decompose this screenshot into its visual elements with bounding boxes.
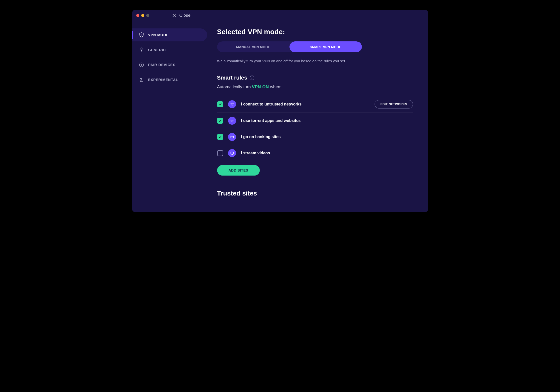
info-icon[interactable]: i [250,76,254,80]
sidebar-item-pair-devices[interactable]: PAIR DEVICES [132,58,207,71]
svg-point-1 [141,49,142,51]
gear-icon [139,47,144,53]
smart-rules-heading: Smart rules [217,75,247,81]
mode-toggle: MANUAL VPN MODE SMART VPN MODE [217,41,362,52]
sidebar-item-experimental[interactable]: EXPERIMENTAL [132,73,207,86]
subline-prefix: Automatically turn [217,85,252,89]
rule-label: I stream videos [241,151,413,155]
subline-vpn-on: VPN ON [252,85,269,89]
rule-checkbox[interactable] [217,134,223,140]
stream-icon [228,149,236,157]
mode-description: We automatically turn your VPN on and of… [217,59,413,63]
close-label: Close [179,13,191,18]
rule-row-stream: I stream videos [217,145,413,161]
rule-row-torrent: P2P I use torrent apps and websites [217,113,413,129]
rule-checkbox[interactable] [217,101,223,107]
sidebar-item-general[interactable]: GENERAL [132,43,207,56]
rule-checkbox[interactable] [217,118,223,124]
rule-row-untrusted-networks: I connect to untrusted networks EDIT NET… [217,96,413,113]
microscope-icon [139,77,144,83]
svg-point-3 [140,81,141,81]
shield-gear-icon [139,32,144,38]
plus-circle-icon [139,62,144,68]
add-sites-button[interactable]: ADD SITES [217,165,260,176]
settings-window: Close VPN MODE GENERAL PAIR DEVICE [132,10,428,212]
p2p-icon: P2P [228,117,236,125]
rules-list: I connect to untrusted networks EDIT NET… [217,96,413,161]
window-close-dot[interactable] [136,14,139,17]
window-zoom-dot[interactable] [146,14,149,17]
close-icon [172,14,176,17]
rule-checkbox[interactable] [217,150,223,156]
smart-rules-header: Smart rules i [217,75,413,81]
close-button[interactable]: Close [172,13,191,18]
rule-label: I use torrent apps and websites [241,118,413,123]
wifi-icon [228,100,236,108]
smart-rules-subline: Automatically turn VPN ON when: [217,85,413,90]
traffic-lights [136,14,149,17]
sidebar: VPN MODE GENERAL PAIR DEVICES EXPERIMENT… [132,21,207,212]
sidebar-item-label: EXPERIMENTAL [148,78,178,82]
trusted-sites-heading: Trusted sites [217,190,413,197]
svg-point-4 [232,105,232,106]
mode-smart-button[interactable]: SMART VPN MODE [289,41,362,52]
bank-icon [228,133,236,141]
mode-manual-button[interactable]: MANUAL VPN MODE [217,41,289,52]
sidebar-item-vpn-mode[interactable]: VPN MODE [132,28,207,41]
sidebar-item-label: GENERAL [148,48,167,52]
sidebar-item-label: VPN MODE [148,33,169,37]
body: VPN MODE GENERAL PAIR DEVICES EXPERIMENT… [132,21,428,212]
rule-label: I connect to untrusted networks [241,102,370,106]
sidebar-item-label: PAIR DEVICES [148,63,176,67]
titlebar: Close [132,10,428,21]
svg-point-0 [141,34,142,35]
rule-row-banking: I go on banking sites [217,129,413,145]
content: Selected VPN mode: MANUAL VPN MODE SMART… [207,21,428,212]
edit-networks-button[interactable]: EDIT NETWORKS [375,100,413,108]
svg-rect-5 [231,136,233,138]
rule-label: I go on banking sites [241,135,413,139]
window-minimize-dot[interactable] [141,14,144,17]
subline-suffix: when: [269,85,281,89]
page-title: Selected VPN mode: [217,28,413,36]
